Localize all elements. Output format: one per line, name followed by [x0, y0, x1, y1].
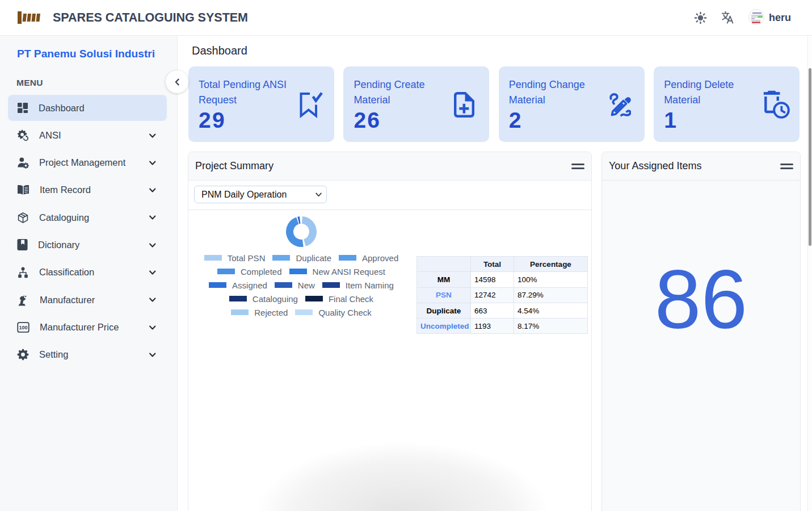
svg-text:100: 100 — [19, 325, 27, 330]
